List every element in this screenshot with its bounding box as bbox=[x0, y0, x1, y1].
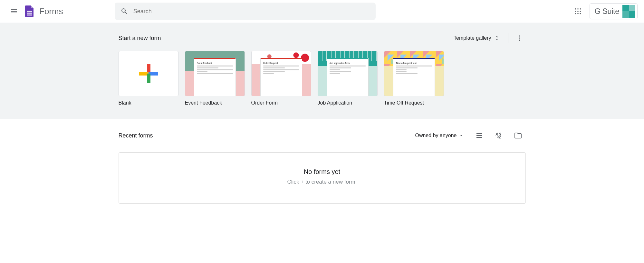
template-gallery-label: Template gallery bbox=[454, 35, 491, 41]
owner-filter-dropdown[interactable]: Owned by anyone bbox=[411, 130, 468, 141]
templates-row: Blank Event feedback Event Feedback Orde… bbox=[119, 51, 526, 106]
empty-title: No forms yet bbox=[119, 168, 525, 176]
templates-more-button[interactable] bbox=[513, 32, 526, 45]
recent-title: Recent forms bbox=[119, 132, 153, 139]
owner-filter-label: Owned by anyone bbox=[415, 133, 457, 138]
list-view-icon bbox=[476, 132, 483, 139]
svg-point-16 bbox=[519, 37, 520, 39]
unfold-icon bbox=[494, 35, 500, 41]
sort-az-icon: AZ bbox=[495, 132, 503, 139]
app-header: Forms G Suite bbox=[0, 0, 644, 23]
template-thumb: Job application form bbox=[318, 51, 378, 96]
template-label: Time Off Request bbox=[384, 100, 444, 106]
template-card-time-off-request[interactable]: Time off request form Time Off Request bbox=[384, 51, 444, 106]
main-menu-button[interactable] bbox=[6, 4, 22, 19]
empty-state: No forms yet Click + to create a new for… bbox=[119, 152, 526, 204]
template-label: Job Application bbox=[318, 100, 378, 106]
svg-point-17 bbox=[519, 40, 520, 41]
template-thumb: Order Request bbox=[251, 51, 311, 96]
svg-text:Z: Z bbox=[499, 135, 501, 139]
svg-rect-1 bbox=[28, 11, 32, 12]
svg-point-8 bbox=[580, 8, 581, 10]
avatar bbox=[622, 5, 635, 18]
template-label: Order Form bbox=[251, 100, 311, 106]
app-name: Forms bbox=[39, 6, 63, 16]
template-card-job-application[interactable]: Job application form Job Application bbox=[318, 51, 378, 106]
svg-point-13 bbox=[578, 13, 579, 15]
sort-button[interactable]: AZ bbox=[491, 128, 506, 143]
template-label: Event Feedback bbox=[185, 100, 245, 106]
recent-section: Recent forms Owned by anyone AZ No forms… bbox=[0, 119, 644, 211]
recent-header: Recent forms Owned by anyone AZ bbox=[119, 126, 526, 145]
templates-title: Start a new form bbox=[119, 35, 161, 42]
svg-text:A: A bbox=[495, 132, 498, 136]
plus-icon bbox=[139, 64, 158, 83]
gsuite-label: G Suite bbox=[594, 7, 619, 16]
hamburger-icon bbox=[10, 7, 18, 15]
forms-home-link[interactable]: Forms bbox=[23, 5, 63, 18]
open-file-picker-button[interactable] bbox=[510, 128, 526, 143]
svg-point-7 bbox=[578, 8, 579, 10]
template-thumb bbox=[119, 51, 178, 96]
svg-rect-5 bbox=[28, 15, 32, 15]
search-icon bbox=[120, 7, 128, 15]
template-label: Blank bbox=[119, 100, 178, 106]
empty-subtitle: Click + to create a new form. bbox=[119, 179, 525, 185]
svg-point-12 bbox=[575, 13, 576, 15]
svg-point-11 bbox=[580, 11, 581, 12]
svg-point-9 bbox=[575, 11, 576, 12]
template-gallery-button[interactable]: Template gallery bbox=[450, 33, 504, 44]
svg-point-10 bbox=[578, 11, 579, 12]
svg-rect-0 bbox=[27, 11, 28, 12]
svg-point-14 bbox=[580, 13, 581, 15]
folder-icon bbox=[514, 132, 522, 139]
apps-grid-icon bbox=[574, 8, 582, 15]
template-card-order-form[interactable]: Order Request Order Form bbox=[251, 51, 311, 106]
google-apps-button[interactable] bbox=[570, 4, 586, 19]
templates-header: Start a new form Template gallery bbox=[119, 29, 526, 47]
forms-logo-icon bbox=[23, 5, 36, 18]
svg-point-6 bbox=[575, 8, 576, 10]
svg-rect-3 bbox=[28, 13, 32, 14]
template-card-blank[interactable]: Blank bbox=[119, 51, 178, 106]
svg-point-15 bbox=[519, 35, 520, 37]
template-thumb: Time off request form bbox=[384, 51, 444, 96]
template-card-event-feedback[interactable]: Event feedback Event Feedback bbox=[185, 51, 245, 106]
search-input[interactable] bbox=[133, 8, 370, 15]
dropdown-icon bbox=[459, 133, 464, 138]
templates-section: Start a new form Template gallery Blank bbox=[0, 23, 644, 119]
template-thumb: Event feedback bbox=[185, 51, 245, 96]
svg-rect-4 bbox=[27, 15, 28, 15]
search-box[interactable] bbox=[115, 3, 376, 20]
divider bbox=[508, 33, 508, 43]
account-chip[interactable]: G Suite bbox=[590, 3, 638, 19]
list-view-button[interactable] bbox=[472, 128, 487, 143]
svg-rect-2 bbox=[27, 13, 28, 14]
more-vert-icon bbox=[516, 35, 523, 42]
